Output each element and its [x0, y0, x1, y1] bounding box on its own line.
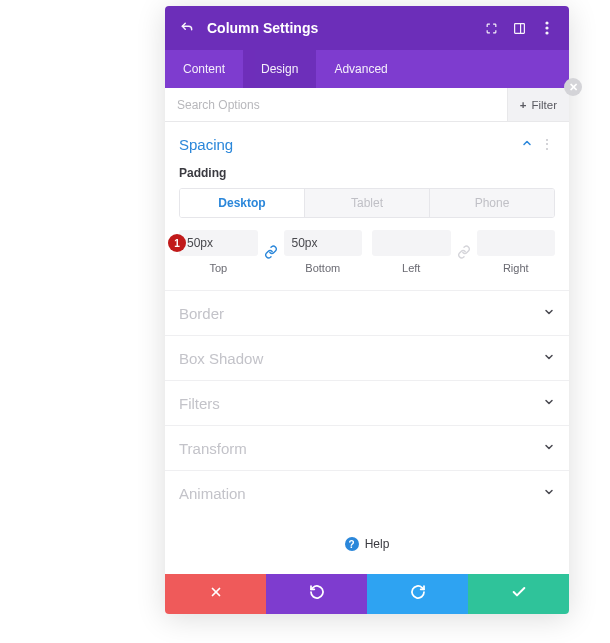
link-icon[interactable] — [451, 239, 477, 265]
device-tab-tablet[interactable]: Tablet — [304, 189, 429, 217]
panel-body: Spacing ⋮ Padding Desktop Tablet Phone 1 — [165, 122, 569, 574]
section-box-shadow-header[interactable]: Box Shadow — [179, 336, 555, 380]
help-row[interactable]: ? Help — [165, 515, 569, 574]
padding-right-label: Right — [503, 262, 529, 274]
section-title: Box Shadow — [179, 350, 543, 367]
panel-header: Column Settings — [165, 6, 569, 50]
padding-grid: 1 Top Bottom Left — [179, 230, 555, 274]
section-title: Animation — [179, 485, 543, 502]
section-spacing-header[interactable]: Spacing ⋮ — [179, 122, 555, 166]
chevron-down-icon — [543, 486, 555, 501]
redo-button[interactable] — [367, 574, 468, 614]
help-label: Help — [365, 537, 390, 551]
svg-point-4 — [545, 31, 548, 34]
tab-design[interactable]: Design — [243, 50, 316, 88]
chevron-down-icon — [543, 306, 555, 321]
main-tabs: Content Design Advanced — [165, 50, 569, 88]
callout-badge: 1 — [168, 234, 186, 252]
svg-point-3 — [545, 26, 548, 29]
help-icon: ? — [345, 537, 359, 551]
plus-icon: + — [520, 99, 527, 111]
chevron-down-icon — [543, 351, 555, 366]
section-title: Filters — [179, 395, 543, 412]
section-transform-header[interactable]: Transform — [179, 426, 555, 470]
padding-top-input[interactable] — [179, 230, 258, 256]
undo-button[interactable] — [266, 574, 367, 614]
filter-button[interactable]: + Filter — [507, 88, 569, 121]
expand-icon[interactable] — [483, 20, 499, 36]
device-tab-desktop[interactable]: Desktop — [180, 189, 304, 217]
section-filters: Filters — [165, 380, 569, 425]
undo-icon — [309, 584, 325, 604]
section-animation: Animation — [165, 470, 569, 515]
redo-icon — [410, 584, 426, 604]
padding-left-input[interactable] — [372, 230, 451, 256]
padding-right-input[interactable] — [477, 230, 556, 256]
chevron-down-icon — [543, 441, 555, 456]
padding-bottom-input[interactable] — [284, 230, 363, 256]
search-row: + Filter — [165, 88, 569, 122]
close-icon[interactable]: ✕ — [564, 78, 582, 96]
padding-label: Padding — [179, 166, 555, 180]
panel-title: Column Settings — [207, 20, 471, 36]
tab-advanced[interactable]: Advanced — [316, 50, 405, 88]
section-box-shadow: Box Shadow — [165, 335, 569, 380]
back-icon[interactable] — [179, 20, 195, 36]
section-border: Border — [165, 290, 569, 335]
spacing-body: Padding Desktop Tablet Phone 1 Top — [179, 166, 555, 290]
padding-left-label: Left — [402, 262, 420, 274]
chevron-down-icon — [543, 396, 555, 411]
svg-rect-0 — [514, 23, 524, 33]
tab-content[interactable]: Content — [165, 50, 243, 88]
device-tabs: Desktop Tablet Phone — [179, 188, 555, 218]
section-border-header[interactable]: Border — [179, 291, 555, 335]
check-icon — [511, 584, 527, 604]
filter-label: Filter — [531, 99, 557, 111]
section-filters-header[interactable]: Filters — [179, 381, 555, 425]
more-icon[interactable] — [539, 20, 555, 36]
settings-panel: Column Settings Content Design Advanced … — [165, 6, 569, 614]
section-transform: Transform — [165, 425, 569, 470]
save-button[interactable] — [468, 574, 569, 614]
panel-footer — [165, 574, 569, 614]
svg-point-2 — [545, 21, 548, 24]
padding-bottom-label: Bottom — [305, 262, 340, 274]
section-more-icon[interactable]: ⋮ — [539, 136, 555, 152]
section-title: Spacing — [179, 136, 521, 153]
section-animation-header[interactable]: Animation — [179, 471, 555, 515]
section-spacing: Spacing ⋮ Padding Desktop Tablet Phone 1 — [165, 122, 569, 290]
device-tab-phone[interactable]: Phone — [429, 189, 554, 217]
discard-button[interactable] — [165, 574, 266, 614]
section-title: Transform — [179, 440, 543, 457]
snap-icon[interactable] — [511, 20, 527, 36]
close-icon — [209, 585, 223, 603]
search-input[interactable] — [165, 88, 507, 121]
padding-top-label: Top — [209, 262, 227, 274]
chevron-up-icon — [521, 137, 533, 152]
link-icon[interactable] — [258, 239, 284, 265]
section-title: Border — [179, 305, 543, 322]
